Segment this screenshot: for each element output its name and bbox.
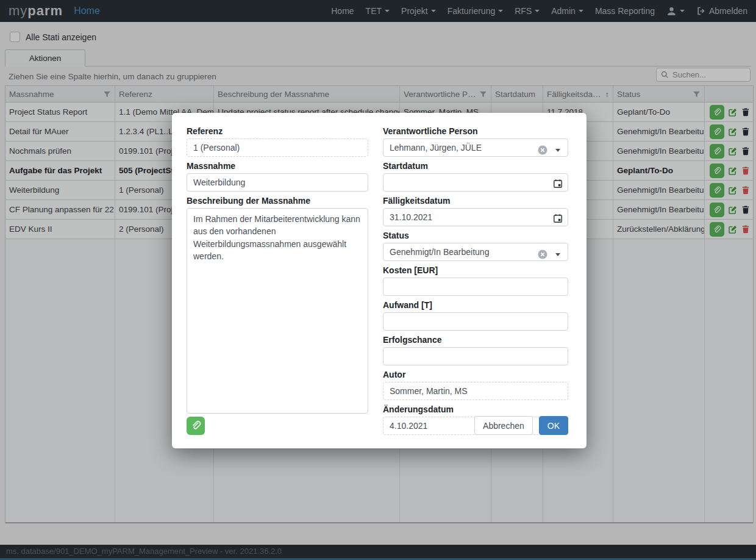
aenderungsdatum-label: Änderungsdatum	[383, 404, 568, 414]
ok-button[interactable]: OK	[539, 416, 568, 435]
autor-label: Autor	[383, 370, 568, 379]
app-window: myparm Home Home TET Projekt Fakturierun…	[0, 0, 756, 560]
aufwand-field[interactable]	[383, 312, 568, 331]
attachment-button[interactable]	[187, 417, 205, 435]
chevron-down-icon[interactable]	[555, 149, 560, 152]
aufwand-label: Aufwand [T]	[383, 300, 568, 310]
status-label: Status	[383, 231, 568, 240]
cancel-button[interactable]: Abbrechen	[474, 416, 533, 435]
person-label: Verantwortliche Person	[383, 126, 568, 136]
faelligkeitsdatum-field[interactable]	[383, 208, 568, 226]
startdatum-field[interactable]	[383, 173, 568, 192]
chevron-down-icon[interactable]	[555, 253, 560, 256]
faelligkeitsdatum-label: Fälligkeitsdatum	[383, 196, 568, 206]
startdatum-label: Startdatum	[383, 161, 568, 171]
erfolgschance-field[interactable]	[383, 347, 568, 365]
kosten-label: Kosten [EUR]	[383, 265, 568, 275]
clear-icon[interactable]	[538, 249, 547, 259]
edit-action-dialog: Referenz Massnahme Beschreibung der Mass…	[172, 113, 587, 448]
referenz-field	[187, 138, 368, 157]
calendar-icon[interactable]	[553, 179, 563, 188]
paperclip-icon	[191, 420, 201, 431]
massnahme-field[interactable]	[187, 173, 368, 192]
erfolgschance-label: Erfolgschance	[383, 335, 568, 345]
referenz-label: Referenz	[187, 126, 368, 136]
massnahme-label: Massnahme	[187, 161, 368, 171]
dialog-footer: Abbrechen OK	[187, 416, 568, 435]
kosten-field[interactable]	[383, 278, 568, 296]
beschreibung-field[interactable]: Im Rahmen der Mitarbeiterentwicklung kan…	[187, 208, 368, 414]
autor-field	[383, 382, 568, 400]
calendar-icon[interactable]	[553, 214, 563, 223]
clear-icon[interactable]	[538, 145, 547, 155]
beschreibung-label: Beschreibung der Massnahme	[187, 196, 368, 206]
